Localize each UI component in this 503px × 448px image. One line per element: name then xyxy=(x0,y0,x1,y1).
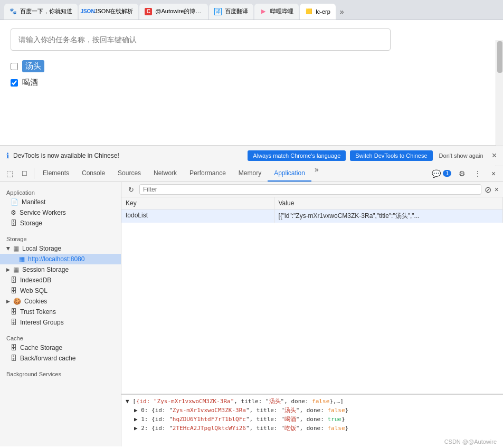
device-tool[interactable]: ☐ xyxy=(17,166,32,181)
tab-application[interactable]: Application xyxy=(268,165,311,182)
banner-close-button[interactable]: × xyxy=(492,151,497,160)
more-options-button[interactable]: ⋮ xyxy=(470,166,485,181)
tab-bilibili[interactable]: ▶ 哔哩哔哩 xyxy=(254,4,299,20)
sidebar-section-application: Application xyxy=(0,186,121,197)
json-icon: JSON xyxy=(84,8,91,15)
devtools-panel: ⬚ ☐ Elements Console Sources Network Per… xyxy=(0,165,503,446)
local-storage-arrow: ▶ xyxy=(6,247,11,251)
preview-line-1: ▶ 0: {id: "Zys-mXr1vxwoCM3ZK-3Ra", title… xyxy=(126,406,499,415)
devtools-actions: 💬 1 ⚙ ⋮ × xyxy=(432,166,501,181)
inspect-tool[interactable]: ⬚ xyxy=(2,166,17,181)
no-filter-button[interactable]: ⊘ xyxy=(485,185,491,195)
sidebar-item-trust-tokens[interactable]: 🗄 Trust Tokens xyxy=(0,307,121,317)
browser-tabs-bar: 🐾 百度一下，你就知道 JSON JSON在线解析 C @Autowire的博客… xyxy=(0,0,503,20)
tab-network[interactable]: Network xyxy=(147,165,183,182)
notification-badge: 1 xyxy=(443,170,451,177)
devtools-toolbar: ⬚ ☐ Elements Console Sources Network Per… xyxy=(0,165,503,182)
sidebar-item-indexeddb[interactable]: 🗄 IndexedDB xyxy=(0,275,121,285)
col-value: Value xyxy=(274,197,503,209)
storage-app-icon: 🗄 xyxy=(11,220,17,227)
close-devtools-button[interactable]: × xyxy=(486,166,501,181)
back-forward-cache-icon: 🗄 xyxy=(11,355,17,362)
interest-groups-icon: 🗄 xyxy=(11,319,17,326)
cell-value: [{"id":"Zys-mXr1vxwoCM3ZK-3Ra","title":"… xyxy=(274,209,503,223)
banner-info-icon: ℹ xyxy=(6,151,9,160)
expand-arrow-3[interactable]: ▶ xyxy=(134,425,138,432)
cache-storage-icon: 🗄 xyxy=(11,344,17,351)
preview-line-0: ▼ [{id: "Zys-mXr1vxwoCM3ZK-3Ra", title: … xyxy=(126,397,499,406)
filter-input[interactable] xyxy=(139,184,481,195)
todo-item-0: 汤头 xyxy=(11,60,492,72)
devtools-sidebar: Application 📄 Manifest ⚙ Service Workers… xyxy=(0,182,121,446)
fanyi-icon: 译 xyxy=(214,8,222,15)
preview-line-2: ▶ 1: {id: "hqZDU6Y1htdF7rT1blQFc", title… xyxy=(126,415,499,424)
cookies-arrow: ▶ xyxy=(6,299,10,304)
watermark: CSDN @@Autowire xyxy=(444,439,497,445)
service-workers-icon: ⚙ xyxy=(11,209,16,216)
clear-filter-button[interactable]: × xyxy=(495,185,499,194)
trust-tokens-icon: 🗄 xyxy=(11,308,17,316)
dont-show-again-button[interactable]: Don't show again xyxy=(439,152,483,159)
sidebar-item-back-forward-cache[interactable]: 🗄 Back/forward cache xyxy=(0,353,121,364)
filter-bar: ↻ ⊘ × xyxy=(121,182,503,197)
expand-arrow-2[interactable]: ▶ xyxy=(134,416,138,423)
sidebar-section-background: Background Services xyxy=(0,368,121,378)
always-match-button[interactable]: Always match Chrome's language xyxy=(248,150,346,161)
tab-performance[interactable]: Performance xyxy=(183,165,232,182)
local-storage-grid-icon: ▦ xyxy=(13,245,19,252)
switch-devtools-button[interactable]: Switch DevTools to Chinese xyxy=(350,150,432,161)
tab-memory[interactable]: Memory xyxy=(232,165,268,182)
tab-autowire[interactable]: C @Autowire的博客... xyxy=(139,4,208,20)
sidebar-item-storage-app[interactable]: 🗄 Storage xyxy=(0,218,121,228)
session-storage-arrow: ▶ xyxy=(6,267,10,272)
local-storage-expand[interactable]: ▶ ▦ Local Storage xyxy=(0,243,121,254)
cookies-icon: 🍪 xyxy=(13,298,21,305)
table-row[interactable]: todoList [{"id":"Zys-mXr1vxwoCM3ZK-3Ra",… xyxy=(121,209,503,223)
todo-checkbox-1[interactable] xyxy=(11,79,18,87)
cell-key: todoList xyxy=(121,209,274,223)
tabs-more-button[interactable]: » xyxy=(337,5,347,18)
manifest-icon: 📄 xyxy=(11,198,18,206)
sidebar-section-cache: Cache xyxy=(0,332,121,342)
refresh-button[interactable]: ↻ xyxy=(126,186,136,194)
autowire-icon: C xyxy=(145,8,152,15)
tabs-overflow-button[interactable]: » xyxy=(311,165,322,182)
expand-arrow-0[interactable]: ▼ xyxy=(126,398,129,405)
expand-arrow-1[interactable]: ▶ xyxy=(134,407,138,414)
todo-label-1: 喝酒 xyxy=(22,78,38,88)
sidebar-item-service-workers[interactable]: ⚙ Service Workers xyxy=(0,207,121,218)
tab-baidu[interactable]: 🐾 百度一下，你就知道 xyxy=(4,4,78,20)
devtools-body: Application 📄 Manifest ⚙ Service Workers… xyxy=(0,182,503,446)
scrollbar-thumb[interactable] xyxy=(497,41,502,73)
preview-line-3: ▶ 2: {id: "2TEHcA2JTpglQktcWYi26", title… xyxy=(126,424,499,433)
devtools-tabs: Elements Console Sources Network Perform… xyxy=(36,165,432,182)
tab-json[interactable]: JSON JSON在线解析 xyxy=(79,4,138,20)
indexeddb-icon: 🗄 xyxy=(11,277,17,284)
baidu-icon: 🐾 xyxy=(10,8,17,15)
tab-fanyi[interactable]: 译 百度翻译 xyxy=(209,4,253,20)
devtools-main: ↻ ⊘ × Key Value xyxy=(121,182,503,446)
sidebar-item-web-sql[interactable]: 🗄 Web SQL xyxy=(0,285,121,296)
devtools-banner: ℹ DevTools is now available in Chinese! … xyxy=(0,146,503,165)
tab-console[interactable]: Console xyxy=(75,165,111,182)
tab-lc-erp[interactable]: 🟨 lc-erp xyxy=(300,4,336,20)
sidebar-item-cache-storage[interactable]: 🗄 Cache Storage xyxy=(0,342,121,353)
sidebar-item-localhost[interactable]: ▦ http://localhost:8080 xyxy=(0,254,121,264)
storage-table: Key Value todoList [{"id":"Zys-mXr1vxwoC… xyxy=(121,197,503,394)
localhost-grid-icon: ▦ xyxy=(19,255,25,263)
lc-erp-icon: 🟨 xyxy=(305,8,312,15)
bilibili-icon: ▶ xyxy=(260,8,267,15)
sidebar-section-storage: Storage xyxy=(0,233,121,243)
settings-button[interactable]: ⚙ xyxy=(454,166,469,181)
tab-elements[interactable]: Elements xyxy=(36,165,75,182)
sidebar-item-interest-groups[interactable]: 🗄 Interest Groups xyxy=(0,317,121,328)
sidebar-item-manifest[interactable]: 📄 Manifest xyxy=(0,197,121,207)
session-storage-expand[interactable]: ▶ ▦ Session Storage xyxy=(0,264,121,275)
todo-checkbox-0[interactable] xyxy=(11,63,18,70)
todo-item-1: 喝酒 xyxy=(11,78,492,88)
banner-text: DevTools is now available in Chinese! xyxy=(13,152,243,159)
chat-icon: 💬 xyxy=(432,169,441,178)
cookies-expand[interactable]: ▶ 🍪 Cookies xyxy=(0,296,121,307)
task-input[interactable] xyxy=(11,28,391,51)
tab-sources[interactable]: Sources xyxy=(111,165,147,182)
